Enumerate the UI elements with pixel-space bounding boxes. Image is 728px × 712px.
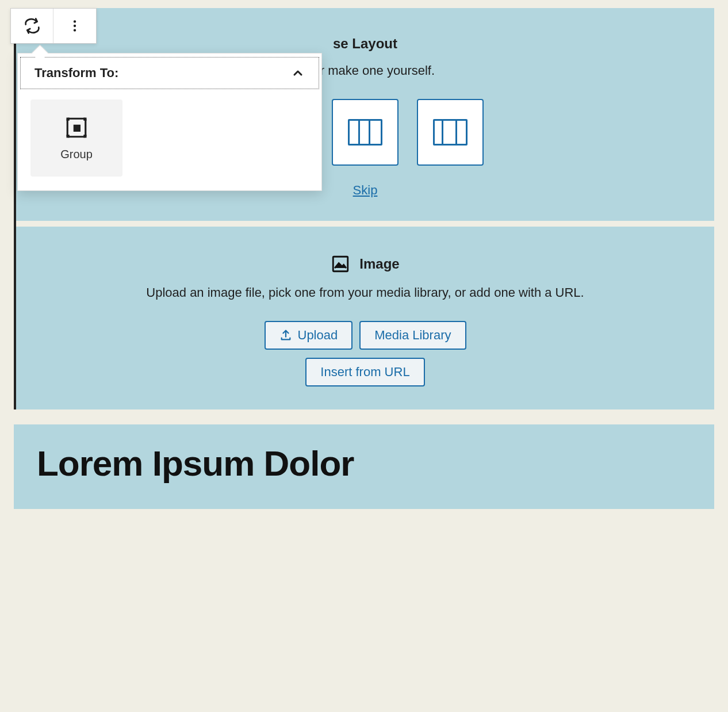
insert-from-url-button[interactable]: Insert from URL <box>305 358 424 386</box>
svg-rect-7 <box>67 135 70 137</box>
image-title-row: Image <box>39 254 691 274</box>
image-icon <box>331 254 350 274</box>
upload-icon <box>279 329 292 342</box>
columns-title: se Layout <box>39 36 691 52</box>
transform-popover-header[interactable]: Transform To: <box>20 57 319 89</box>
svg-rect-5 <box>67 117 70 120</box>
svg-point-1 <box>74 25 76 27</box>
upload-label: Upload <box>298 328 338 343</box>
svg-point-0 <box>74 20 76 22</box>
svg-point-2 <box>74 29 76 31</box>
media-library-button[interactable]: Media Library <box>359 321 466 350</box>
svg-rect-4 <box>74 124 81 131</box>
transform-option-group[interactable]: Group <box>30 99 122 177</box>
layout-option-three-even[interactable] <box>332 99 399 166</box>
svg-rect-6 <box>83 117 86 120</box>
image-desc: Upload an image file, pick one from your… <box>39 285 691 300</box>
chevron-up-icon <box>291 66 305 80</box>
heading-block[interactable]: Lorem Ipsum Dolor <box>14 424 714 509</box>
more-vertical-icon <box>67 18 82 33</box>
skip-link[interactable]: Skip <box>353 183 378 197</box>
transform-icon <box>24 17 41 35</box>
image-title: Image <box>359 256 399 272</box>
upload-button[interactable]: Upload <box>265 321 353 350</box>
transform-popover-title: Transform To: <box>35 66 118 81</box>
more-options-button[interactable] <box>53 9 96 43</box>
group-icon <box>64 116 89 140</box>
svg-rect-8 <box>83 135 86 137</box>
transform-button[interactable] <box>11 9 53 43</box>
block-toolbar <box>10 8 97 44</box>
layout-option-wide-left[interactable] <box>417 99 484 166</box>
transform-option-label: Group <box>60 148 93 161</box>
transform-popover: Transform To: Group <box>17 53 322 191</box>
image-block-placeholder: Image Upload an image file, pick one fro… <box>16 227 714 409</box>
media-library-label: Media Library <box>374 328 451 343</box>
heading-text: Lorem Ipsum Dolor <box>37 443 691 484</box>
insert-url-label: Insert from URL <box>320 365 409 380</box>
